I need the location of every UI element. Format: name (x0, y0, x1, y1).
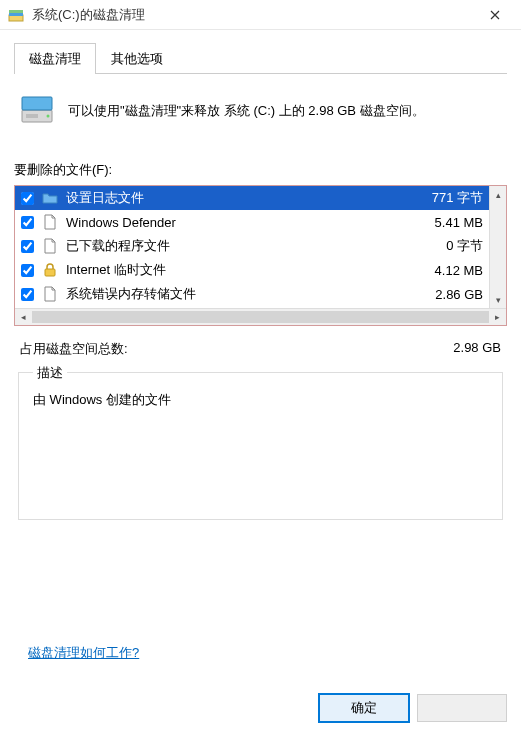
file-row[interactable]: 系统错误内存转储文件2.86 GB (15, 282, 489, 306)
file-size: 4.12 MB (413, 263, 483, 278)
scroll-right-icon[interactable]: ▸ (489, 309, 506, 325)
file-name: 设置日志文件 (66, 189, 405, 207)
scroll-down-icon[interactable]: ▾ (490, 291, 506, 308)
file-name: Windows Defender (66, 215, 405, 230)
horizontal-scrollbar[interactable]: ◂ ▸ (15, 308, 506, 325)
lock-icon (42, 262, 58, 278)
file-size: 0 字节 (413, 237, 483, 255)
file-checkbox[interactable] (21, 240, 34, 253)
file-size: 5.41 MB (413, 215, 483, 230)
tab-other-options[interactable]: 其他选项 (96, 43, 178, 74)
total-value: 2.98 GB (453, 340, 501, 358)
svg-point-5 (47, 115, 50, 118)
titlebar: 系统(C:)的磁盘清理 (0, 0, 521, 30)
close-button[interactable] (472, 1, 517, 29)
total-label: 占用磁盘空间总数: (20, 340, 128, 358)
disk-cleanup-icon (8, 7, 24, 23)
file-checkbox[interactable] (21, 264, 34, 277)
description-text: 由 Windows 创建的文件 (33, 391, 488, 409)
file-row[interactable]: Internet 临时文件4.12 MB (15, 258, 489, 282)
svg-rect-4 (22, 97, 52, 110)
window-title: 系统(C:)的磁盘清理 (32, 6, 472, 24)
total-space-row: 占用磁盘空间总数: 2.98 GB (14, 326, 507, 366)
how-it-works-link[interactable]: 磁盘清理如何工作? (28, 644, 139, 662)
file-name: 已下载的程序文件 (66, 237, 405, 255)
scroll-up-icon[interactable]: ▴ (490, 186, 506, 203)
file-checkbox[interactable] (21, 216, 34, 229)
file-icon (42, 238, 58, 254)
svg-rect-7 (45, 269, 55, 276)
scroll-track[interactable] (32, 311, 489, 323)
cancel-button[interactable] (417, 694, 507, 722)
tab-disk-cleanup[interactable]: 磁盘清理 (14, 43, 96, 74)
svg-rect-6 (26, 114, 38, 118)
file-name: 系统错误内存转储文件 (66, 285, 405, 303)
button-bar: 确定 (319, 694, 507, 722)
description-group: 描述 由 Windows 创建的文件 (18, 372, 503, 520)
scroll-track[interactable] (490, 203, 506, 291)
folder-blue-icon (42, 190, 58, 206)
file-checkbox[interactable] (21, 288, 34, 301)
file-row[interactable]: 已下载的程序文件0 字节 (15, 234, 489, 258)
file-row[interactable]: 设置日志文件771 字节 (15, 186, 489, 210)
file-icon (42, 286, 58, 302)
tabs: 磁盘清理 其他选项 (14, 42, 507, 74)
description-legend: 描述 (33, 364, 67, 382)
file-list: 设置日志文件771 字节Windows Defender5.41 MB已下载的程… (14, 185, 507, 326)
svg-rect-1 (9, 13, 23, 16)
svg-rect-2 (9, 10, 23, 13)
files-to-delete-label: 要删除的文件(F): (14, 161, 507, 179)
file-row[interactable]: Windows Defender5.41 MB (15, 210, 489, 234)
file-size: 771 字节 (413, 189, 483, 207)
scroll-left-icon[interactable]: ◂ (15, 309, 32, 325)
file-size: 2.86 GB (413, 287, 483, 302)
file-name: Internet 临时文件 (66, 261, 405, 279)
drive-icon (20, 92, 54, 129)
file-checkbox[interactable] (21, 192, 34, 205)
summary-text: 可以使用"磁盘清理"来释放 系统 (C:) 上的 2.98 GB 磁盘空间。 (68, 102, 425, 120)
ok-button[interactable]: 确定 (319, 694, 409, 722)
file-icon (42, 214, 58, 230)
summary: 可以使用"磁盘清理"来释放 系统 (C:) 上的 2.98 GB 磁盘空间。 (14, 88, 507, 151)
vertical-scrollbar[interactable]: ▴ ▾ (489, 186, 506, 308)
